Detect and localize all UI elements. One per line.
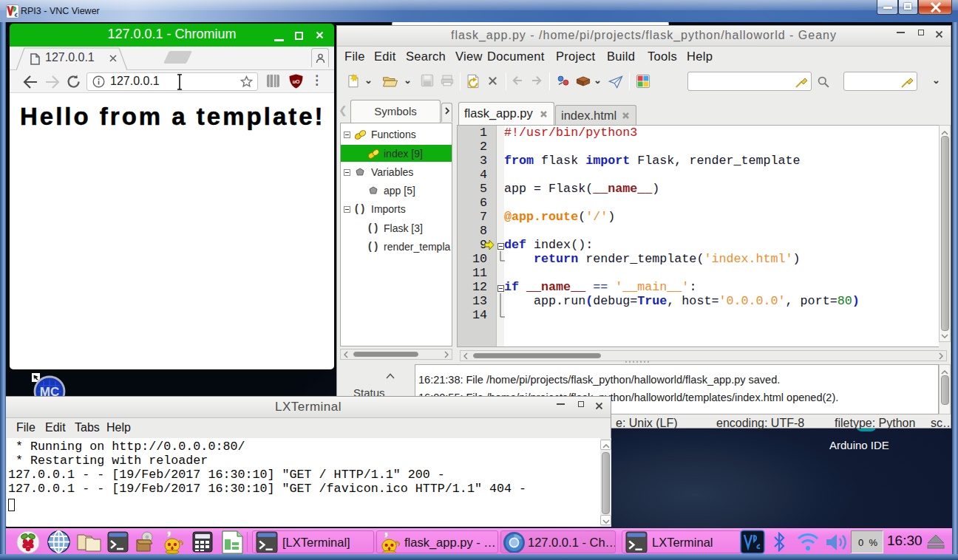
svg-text:uO: uO <box>293 79 300 84</box>
